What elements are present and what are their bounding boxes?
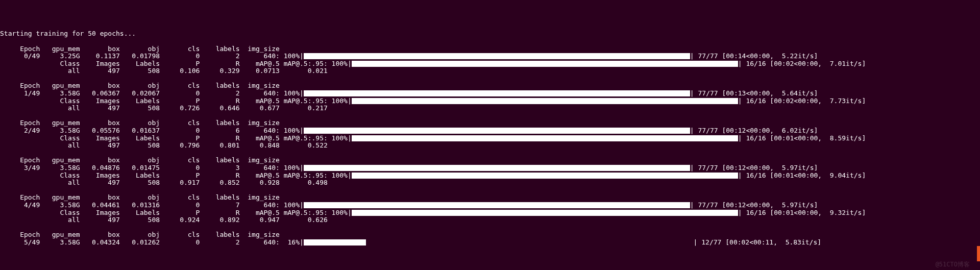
terminal-line: all 497 508 0.726 0.646 0.677 0.217 [0, 105, 980, 112]
progress-bar [304, 239, 366, 246]
terminal-line: Epoch gpu_mem box obj cls labels img_siz… [0, 45, 980, 53]
terminal-line: 0/49 3.25G 0.1137 0.01798 0 2 640: 100%|… [0, 53, 980, 60]
progress-bar [352, 173, 738, 179]
terminal-line: Epoch gpu_mem box obj cls labels img_siz… [0, 157, 980, 164]
terminal-line: 1/49 3.58G 0.06367 0.02067 0 2 640: 100%… [0, 90, 980, 97]
terminal-line [0, 224, 980, 232]
terminal-line: 4/49 3.58G 0.04461 0.01316 0 7 640: 100%… [0, 202, 980, 209]
terminal-line: Epoch gpu_mem box obj cls labels img_siz… [0, 119, 980, 127]
terminal-line: all 497 508 0.917 0.852 0.928 0.498 [0, 179, 980, 187]
terminal-line: all 497 508 0.106 0.329 0.0713 0.021 [0, 67, 980, 75]
terminal-line: Class Images Labels P R mAP@.5 mAP@.5:.9… [0, 60, 980, 68]
terminal-line: Epoch gpu_mem box obj cls labels img_siz… [0, 194, 980, 202]
terminal-line: 5/49 3.58G 0.04324 0.01262 0 2 640: 16%|… [0, 239, 980, 247]
progress-bar [304, 53, 690, 59]
terminal-line [0, 38, 980, 45]
terminal-line: Class Images Labels P R mAP@.5 mAP@.5:.9… [0, 171, 980, 179]
terminal-line: all 497 508 0.796 0.801 0.848 0.522 [0, 142, 980, 150]
terminal-line: Class Images Labels P R mAP@.5 mAP@.5:.9… [0, 97, 980, 105]
terminal-line [0, 112, 980, 120]
watermark: @51CTO博客 [936, 261, 970, 268]
terminal-line [0, 187, 980, 194]
terminal-line: Class Images Labels P R mAP@.5 mAP@.5:.9… [0, 209, 980, 216]
progress-bar [304, 165, 690, 171]
terminal-line [0, 75, 980, 83]
terminal-line: Starting training for 50 epochs... [0, 30, 980, 38]
progress-bar [352, 98, 738, 104]
progress-bar [352, 210, 738, 216]
progress-bar [304, 128, 690, 134]
progress-bar [352, 61, 738, 67]
terminal-output: Starting training for 50 epochs... Epoch… [0, 29, 980, 246]
terminal-line: all 497 508 0.924 0.892 0.947 0.626 [0, 216, 980, 224]
terminal-line: 3/49 3.58G 0.04876 0.01475 0 3 640: 100%… [0, 164, 980, 172]
scrollbar-thumb[interactable] [977, 246, 980, 261]
terminal-line: 2/49 3.58G 0.05576 0.01637 0 6 640: 100%… [0, 127, 980, 135]
progress-bar [304, 202, 690, 208]
terminal-line: Class Images Labels P R mAP@.5 mAP@.5:.9… [0, 135, 980, 142]
terminal-line [0, 150, 980, 157]
terminal-line: Epoch gpu_mem box obj cls labels img_siz… [0, 82, 980, 90]
terminal-line: Epoch gpu_mem box obj cls labels img_siz… [0, 231, 980, 239]
progress-bar [304, 90, 690, 96]
progress-bar [352, 135, 738, 141]
